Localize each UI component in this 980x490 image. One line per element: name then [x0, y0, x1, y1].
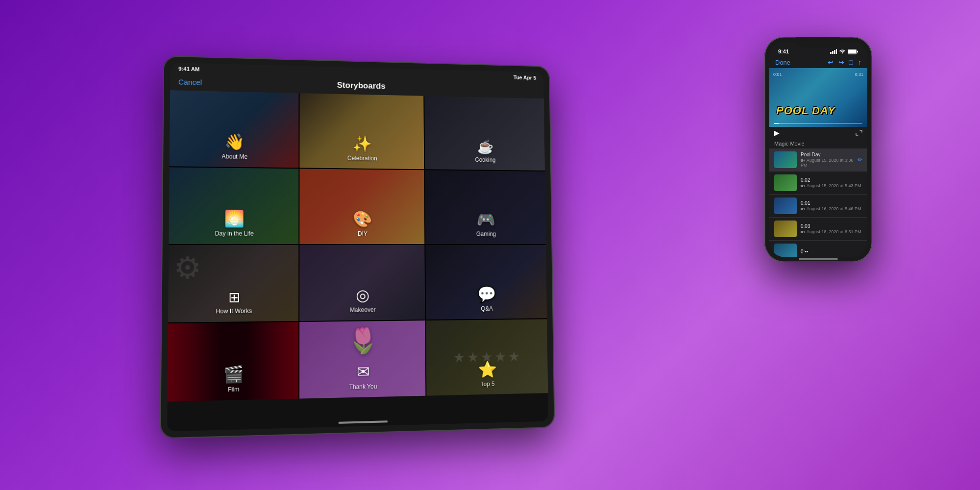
grid-item-cooking[interactable]: ☕ Cooking	[424, 96, 545, 171]
video-progress	[774, 123, 779, 124]
svg-rect-9	[801, 208, 803, 210]
movie-thumbnail	[774, 174, 797, 191]
edit-icon[interactable]: ✏	[858, 156, 862, 163]
ipad-date: Tue Apr 5	[514, 74, 537, 81]
redo-icon[interactable]: ↪	[838, 58, 844, 66]
video-bg	[769, 68, 867, 127]
how-it-works-icon: ⊞	[228, 289, 240, 306]
cooking-icon: ☕	[477, 139, 493, 154]
top5-icon: ⭐	[478, 360, 497, 379]
cooking-label: Cooking	[475, 156, 495, 163]
svg-rect-5	[857, 50, 858, 52]
grid-icon-label: ✨ Celebration	[299, 134, 424, 170]
movie-thumbnail	[774, 244, 797, 257]
movie-thumbnail	[774, 220, 797, 237]
grid-item-how-it-works[interactable]: ⚙ ⊞ How It Works	[168, 245, 298, 322]
iphone-device: 9:41	[764, 37, 872, 262]
cancel-button[interactable]: Cancel	[178, 77, 202, 86]
movie-item[interactable]: Pool Day August 15, 2020 at 3:36 PM ✏	[769, 148, 867, 172]
movie-list: Pool Day August 15, 2020 at 3:36 PM ✏ 0:…	[769, 148, 867, 257]
grid-item-celebration[interactable]: ✨ Celebration	[299, 93, 424, 169]
iphone-notch	[796, 37, 840, 48]
grid-icon-label: ⭐ Top 5	[426, 359, 548, 396]
grid-icon-label: ◎ Makeover	[299, 285, 425, 321]
makeover-icon: ◎	[356, 286, 369, 304]
thank-you-label: Thank You	[349, 383, 377, 391]
movie-title: Pool Day	[801, 152, 854, 157]
grid-item-gaming[interactable]: 🎮 Gaming	[425, 170, 546, 244]
movie-info: 0:02 August 15, 2020 at 5:43 PM	[801, 177, 862, 188]
qa-label: Q&A	[481, 305, 493, 312]
ipad-home-indicator	[339, 420, 388, 424]
grid-item-makeover[interactable]: ◎ Makeover	[299, 245, 425, 321]
grid-icon-label: 💬 Q&A	[426, 285, 547, 319]
ipad-device: 9:41 AM Tue Apr 5 Cancel Storyboards 👋 A…	[160, 55, 555, 439]
svg-rect-10	[801, 231, 803, 233]
grid-item-diy[interactable]: 🎨 DIY	[299, 169, 424, 244]
svg-rect-7	[801, 159, 803, 162]
movie-title: 0:03	[801, 223, 862, 229]
iphone-screen: 9:41	[769, 42, 867, 257]
grid-item-thank-you[interactable]: 🌷 ✉ Thank You	[299, 320, 425, 398]
grid-icon-label: 🌅 Day in the Life	[169, 209, 298, 244]
grid-item-film[interactable]: 🎬 Film	[168, 322, 298, 402]
grid-icon-label: 👋 About Me	[170, 131, 299, 168]
gaming-label: Gaming	[476, 231, 496, 238]
grid-icon-label: ⊞ How It Works	[168, 289, 298, 322]
movie-title: 0:••	[801, 249, 862, 254]
movie-item[interactable]: 0:03 August 18, 2020 at 6:31 PM	[769, 218, 867, 241]
grid-item-top5[interactable]: ★★★★★ ⭐ Top 5	[426, 319, 548, 395]
video-icon	[801, 159, 805, 162]
wifi-icon	[839, 49, 846, 54]
movie-meta: August 15, 2020 at 3:36 PM	[801, 158, 854, 168]
grid-icon-label: ☕ Cooking	[425, 138, 545, 171]
svg-rect-6	[848, 50, 856, 53]
movie-meta: August 16, 2020 at 5:46 PM	[801, 206, 862, 211]
movie-info: Pool Day August 15, 2020 at 3:36 PM	[801, 152, 854, 168]
qa-icon: 💬	[477, 285, 496, 303]
video-end-time: 0:31	[855, 72, 863, 77]
svg-rect-3	[836, 49, 837, 54]
grid-item-qa[interactable]: 💬 Q&A	[425, 245, 547, 319]
signal-icon	[830, 49, 837, 54]
grid-icon-label: 🎮 Gaming	[425, 210, 546, 244]
video-timeline[interactable]	[774, 123, 862, 124]
video-controls: ▶	[769, 127, 867, 139]
magic-movie-label: Magic Movie	[769, 139, 867, 148]
share-icon[interactable]: ↑	[858, 58, 861, 66]
grid-icon-label: ✉ Thank You	[299, 361, 425, 398]
makeover-label: Makeover	[350, 306, 376, 314]
grid-item-day-in-life[interactable]: 🌅 Day in the Life	[169, 167, 298, 244]
movie-item[interactable]: 0:01 August 16, 2020 at 5:46 PM	[769, 195, 867, 218]
grid-icon-label: 🎨 DIY	[299, 210, 424, 244]
iphone-nav-bar: Done ↩ ↪ □ ↑	[769, 56, 867, 68]
video-current-time: 0:01	[773, 72, 782, 77]
day-in-life-icon: 🌅	[224, 209, 245, 228]
expand-icon[interactable]	[856, 130, 862, 136]
svg-rect-8	[801, 185, 803, 187]
iphone-time: 9:41	[778, 49, 789, 54]
movie-thumbnail	[774, 151, 797, 168]
svg-rect-1	[832, 51, 833, 54]
iphone-home-indicator	[799, 258, 838, 260]
play-button[interactable]: ▶	[774, 129, 780, 137]
about-me-icon: 👋	[224, 132, 245, 151]
video-player: 0:31 0:01 POOL DAY	[769, 68, 867, 127]
storyboard-grid: 👋 About Me ✨ Celebration ☕ Cookin	[168, 90, 548, 401]
video-icon	[801, 207, 805, 211]
movie-item[interactable]: 0:02 August 15, 2020 at 5:43 PM	[769, 172, 867, 195]
movie-item[interactable]: 0:••	[769, 241, 867, 257]
celebration-icon: ✨	[352, 134, 372, 153]
movie-info: 0:01 August 16, 2020 at 5:46 PM	[801, 200, 862, 211]
video-icon	[801, 230, 805, 234]
movie-info: 0:••	[801, 249, 862, 255]
ipad-time: 9:41 AM	[178, 66, 199, 72]
copy-icon[interactable]: □	[849, 58, 853, 66]
diy-icon: 🎨	[353, 210, 372, 228]
undo-icon[interactable]: ↩	[828, 58, 833, 66]
how-it-works-label: How It Works	[216, 307, 252, 315]
ipad-screen: 9:41 AM Tue Apr 5 Cancel Storyboards 👋 A…	[167, 63, 548, 432]
svg-rect-0	[830, 52, 832, 54]
done-button[interactable]: Done	[775, 59, 790, 66]
grid-item-about-me[interactable]: 👋 About Me	[170, 90, 299, 168]
